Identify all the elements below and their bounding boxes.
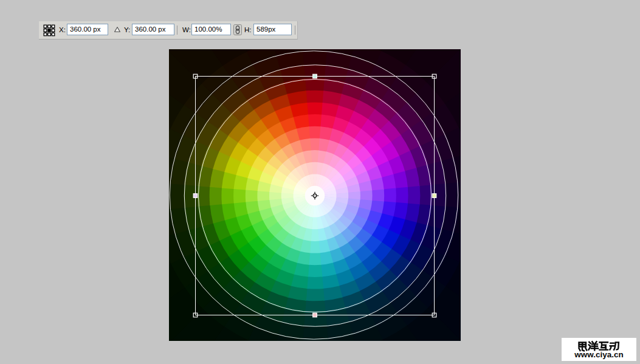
svg-text:www.ciya.cn: www.ciya.cn — [574, 350, 624, 359]
